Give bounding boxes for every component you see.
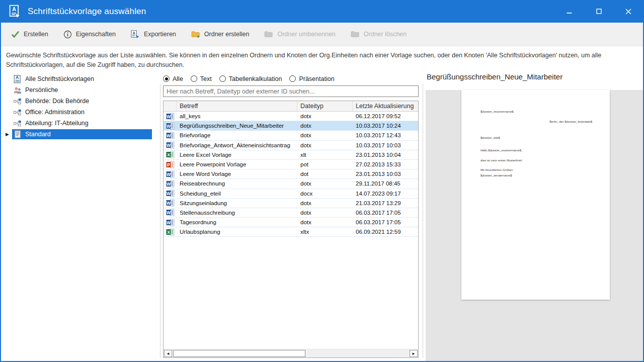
toolbar-label: Exportieren <box>144 31 176 38</box>
svg-text:X: X <box>167 230 170 235</box>
svg-text:W: W <box>166 182 171 187</box>
cell-aktualisierung: 23.01.2013 10:03 <box>353 171 418 177</box>
column-header-icon[interactable] <box>164 101 177 111</box>
svg-text:W: W <box>166 201 171 206</box>
org-unit-icon <box>13 109 22 116</box>
tree-item-abteilung[interactable]: Abteilung: IT-Abteilung <box>1 118 157 129</box>
table-row[interactable]: XLeere Excel Vorlagexlt23.01.2013 10:04 <box>164 150 418 160</box>
table-row[interactable]: WBriefvorlagedotx10.03.2017 12:43 <box>164 131 418 140</box>
maximize-icon <box>596 9 602 14</box>
cell-betreff: Sitzungseinladung <box>177 200 297 206</box>
content-area: AAlle SchriftstückvorlagenPersönlicheBeh… <box>1 70 643 361</box>
exportieren-button[interactable]: AExportieren <box>131 30 176 38</box>
tree-item-persoenliche[interactable]: Persönliche <box>1 84 157 96</box>
org-unit-icon <box>13 98 22 105</box>
cell-dateityp: dotx <box>297 142 353 148</box>
word-file-icon: W <box>164 141 177 150</box>
cell-aktualisierung: 10.03.2017 10:24 <box>353 123 418 129</box>
search-input[interactable] <box>163 85 419 97</box>
close-button[interactable] <box>623 6 634 17</box>
table-row[interactable]: WSitzungseinladungdotx21.03.2017 13:29 <box>164 199 418 208</box>
expander-icon[interactable]: ▶ <box>6 132 12 137</box>
cell-aktualisierung: 27.02.2013 15:33 <box>353 161 418 167</box>
folder-gray-icon <box>264 31 273 38</box>
svg-text:W: W <box>166 210 171 215</box>
cell-dateityp: dotx <box>297 113 353 119</box>
svg-text:W: W <box>166 171 171 176</box>
table-row[interactable]: Wall_keysdotx06.12.2017 09:52 <box>164 112 418 121</box>
search-box <box>163 85 419 97</box>
erstellen-button[interactable]: Erstellen <box>11 31 48 38</box>
word-file-icon: W <box>164 218 177 227</box>
tree-middle-divider[interactable] <box>160 84 160 358</box>
preview-closing-text: Mit freundlichen Grüßen <box>480 168 513 171</box>
preview-dateline-field: Berlin, den $dossier_letterdate$ <box>549 120 592 123</box>
horizontal-scrollbar[interactable]: ◄ ► <box>164 349 418 357</box>
svg-text:W: W <box>166 114 171 119</box>
ordner-umbenennen-button: Ordner umbenennen <box>264 31 335 38</box>
tree-item-office[interactable]: Office: Administration <box>1 107 157 118</box>
middle-preview-divider[interactable] <box>423 84 423 358</box>
app-document-icon: A <box>9 5 21 19</box>
tree-item-label: Behörde: Dok Behörde <box>25 98 89 105</box>
table-row[interactable]: WStellenausschreibungdotx06.03.2017 17:0… <box>164 208 418 218</box>
table-row[interactable]: WReiseabrechnungdotx29.11.2017 08:45 <box>164 179 418 189</box>
maximize-button[interactable] <box>593 6 604 17</box>
cell-dateityp: dotx <box>297 180 353 187</box>
cell-betreff: Leere Excel Vorlage <box>177 152 297 158</box>
scroll-right-button[interactable]: ► <box>410 350 418 357</box>
tree-item-label: Alle Schriftstückvorlagen <box>25 75 94 82</box>
scroll-left-button[interactable]: ◄ <box>164 350 172 357</box>
table-row[interactable]: PLeere Powerpoint Vorlagepot27.02.2013 1… <box>164 160 418 169</box>
column-header-betreff[interactable]: Betreff <box>177 101 297 111</box>
cell-dateityp: xlt <box>297 152 353 158</box>
radio-label: Alle <box>173 75 183 82</box>
table-row[interactable]: WScheidung_eteildocx14.07.2023 09:17 <box>164 189 418 199</box>
table-row[interactable]: WLeere Word Vorlagedot23.01.2013 10:03 <box>164 169 418 179</box>
svg-text:W: W <box>166 220 171 225</box>
dialog-description: Gewünschte Schriftstückvorlage aus der L… <box>1 46 643 70</box>
radio-text[interactable]: Text <box>191 75 212 82</box>
radio-icon <box>219 75 226 82</box>
radio-tabellenkalkulation[interactable]: Tabellenkalkulation <box>219 75 282 82</box>
radio-alle[interactable]: Alle <box>163 75 183 82</box>
cell-dateityp: xltx <box>297 229 353 235</box>
radio-label: Text <box>200 75 212 82</box>
radio-label: Tabellenkalkulation <box>229 75 282 82</box>
minimize-button[interactable] <box>564 6 575 17</box>
table-row[interactable]: WBriefvorlage_Antwort_Akteneinsichtsantr… <box>164 141 418 150</box>
cell-betreff: Leere Powerpoint Vorlage <box>177 161 297 167</box>
table-row[interactable]: WBegrüßungsschreiben_Neue_Mitarbeiterdot… <box>164 121 418 131</box>
powerpoint-file-icon: P <box>164 160 177 169</box>
table-row[interactable]: WTagesordnungdotx06.03.2017 17:05 <box>164 218 418 227</box>
preview-sender-field: $dossier_sendername$ <box>480 174 512 177</box>
column-header-dateityp[interactable]: Dateityp <box>297 101 353 111</box>
word-file-icon: W <box>164 199 177 208</box>
eigenschaften-button[interactable]: Eigenschaften <box>63 30 116 39</box>
type-filter-group: AlleTextTabellenkalkulationPräsentation <box>163 72 419 85</box>
svg-text:W: W <box>166 191 171 196</box>
radio-praesentation[interactable]: Präsentation <box>289 75 334 82</box>
cell-aktualisierung: 06.03.2017 17:05 <box>353 210 418 216</box>
word-file-icon: W <box>164 121 177 130</box>
tree-item-standard[interactable]: ▶Standard <box>1 129 157 140</box>
radio-icon <box>191 75 197 82</box>
table-row[interactable]: XUrlaubsplanungxltx06.09.2021 12:59 <box>164 227 418 237</box>
svg-text:W: W <box>166 143 171 148</box>
svg-text:W: W <box>166 123 171 128</box>
ordner-erstellen-button[interactable]: Ordner erstellen <box>191 31 250 38</box>
column-header-aktualisierung[interactable]: Letzte Aktualisierung <box>353 103 418 110</box>
document-page-preview: $dossier_receivername$ Berlin, den $doss… <box>461 90 610 300</box>
scrollbar-thumb[interactable] <box>173 350 305 357</box>
cell-aktualisierung: 06.03.2017 17:05 <box>353 219 418 225</box>
preview-title-field: $dossier_title$ <box>480 136 500 139</box>
tree-item-alle-schriftstueckvorlagen[interactable]: AAlle Schriftstückvorlagen <box>1 73 157 84</box>
tree-item-label: Office: Administration <box>25 109 85 116</box>
preview-area: $dossier_receivername$ Berlin, den $doss… <box>426 90 643 361</box>
window-controls <box>564 6 634 17</box>
toolbar-label: Erstellen <box>24 31 48 38</box>
tree-item-label: Persönliche <box>25 86 58 94</box>
cell-aktualisierung: 06.12.2017 09:52 <box>353 113 418 119</box>
toolbar-label: Ordner umbenennen <box>277 31 335 38</box>
tree-item-behoerde[interactable]: Behörde: Dok Behörde <box>1 96 157 107</box>
